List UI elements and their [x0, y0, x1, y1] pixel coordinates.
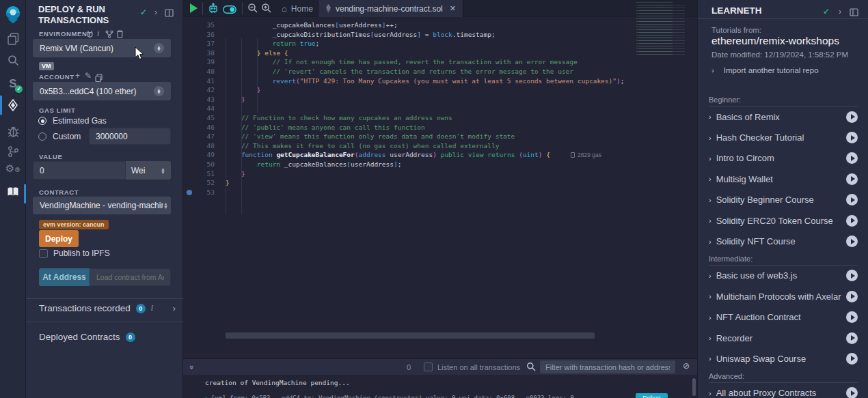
- debugger-icon[interactable]: [0, 126, 26, 138]
- editor-minimap[interactable]: [632, 2, 691, 55]
- tutorial-item[interactable]: ›NFT Auction Contract: [698, 307, 868, 328]
- line-number[interactable]: 48: [183, 141, 226, 151]
- tutorial-item[interactable]: ›Multichain Protocols with Axelar: [698, 286, 868, 307]
- transactions-info-icon[interactable]: i: [151, 303, 153, 313]
- debug-button[interactable]: Debug: [636, 393, 668, 398]
- code-line[interactable]: 50 return _cupcakeBalances[userAddress];: [183, 160, 697, 169]
- terminal-scrollbar[interactable]: [692, 378, 696, 396]
- tutorial-item[interactable]: ›Recorder: [698, 328, 868, 348]
- line-number[interactable]: 53: [183, 188, 226, 197]
- git-branch-icon[interactable]: [0, 145, 26, 158]
- at-address-button[interactable]: At Address: [39, 268, 90, 286]
- zoom-in-icon[interactable]: [261, 3, 272, 16]
- code-line[interactable]: 52}: [183, 178, 697, 188]
- tab-file-active[interactable]: vending-machine-contract.sol ✕: [318, 0, 463, 17]
- custom-gas-radio[interactable]: [38, 132, 46, 141]
- run-script-icon[interactable]: [190, 3, 198, 13]
- line-number[interactable]: 47: [183, 132, 226, 141]
- play-tutorial-icon[interactable]: [846, 387, 858, 398]
- account-select[interactable]: 0x5B3...eddC4 (100 ether) ▲▼: [33, 82, 171, 100]
- estimated-gas-radio[interactable]: [38, 117, 46, 125]
- environment-select[interactable]: Remix VM (Cancun) ▲▼: [33, 39, 171, 57]
- tutorial-item[interactable]: ›Basics of Remix: [698, 106, 868, 127]
- line-number[interactable]: 46: [183, 123, 226, 132]
- breakpoint-dot[interactable]: [187, 190, 192, 195]
- code-line[interactable]: 48 // This makes it free to call (no gas…: [183, 141, 697, 151]
- tutorial-item[interactable]: ›Solidity ERC20 Token Course: [698, 210, 868, 231]
- play-tutorial-icon[interactable]: [846, 291, 858, 302]
- play-tutorial-icon[interactable]: [846, 132, 858, 143]
- deploy-button[interactable]: Deploy: [39, 230, 79, 247]
- code-line[interactable]: 53: [183, 188, 697, 197]
- solidity-compiler-icon[interactable]: S ✓: [0, 77, 26, 91]
- learneth-book-icon[interactable]: [0, 186, 26, 197]
- play-tutorial-icon[interactable]: [846, 270, 858, 281]
- play-tutorial-icon[interactable]: [846, 152, 858, 164]
- code-line[interactable]: 38 } else {: [183, 48, 697, 58]
- transactions-recorded-row[interactable]: Transactions recorded 0 i ›: [39, 303, 176, 313]
- line-number[interactable]: 38: [183, 48, 226, 58]
- line-number[interactable]: 49: [183, 150, 226, 160]
- line-number[interactable]: 45: [183, 113, 226, 123]
- play-tutorial-icon[interactable]: [846, 111, 858, 123]
- code-line[interactable]: 40 // 'revert' cancels the transaction a…: [183, 67, 697, 76]
- line-number[interactable]: 35: [183, 20, 226, 30]
- settings-gears-icon[interactable]: ⚙⚙: [0, 162, 26, 175]
- environment-info-icon[interactable]: i: [97, 29, 99, 39]
- panel-pin-icon[interactable]: [165, 8, 174, 20]
- learneth-pin-icon[interactable]: [850, 7, 858, 19]
- code-line[interactable]: 47 // 'view' means this function only re…: [183, 132, 697, 141]
- terminal-filter-input[interactable]: [540, 360, 675, 373]
- line-number[interactable]: 36: [183, 30, 226, 40]
- line-number[interactable]: 41: [183, 76, 226, 86]
- code-line[interactable]: 51 }: [183, 169, 697, 179]
- line-number[interactable]: 39: [183, 57, 226, 67]
- line-number[interactable]: 44: [183, 104, 226, 113]
- line-number[interactable]: 37: [183, 39, 226, 48]
- deploy-run-icon[interactable]: [0, 99, 26, 111]
- line-number[interactable]: 43: [183, 95, 226, 104]
- code-line[interactable]: 46 // 'public' means anyone can call thi…: [183, 123, 697, 132]
- line-number[interactable]: 50: [183, 160, 226, 169]
- value-input[interactable]: [33, 161, 126, 180]
- line-number[interactable]: 40: [183, 67, 226, 76]
- value-unit-select[interactable]: Wei ▲▼: [126, 161, 171, 180]
- play-tutorial-icon[interactable]: [846, 332, 858, 344]
- ai-copilot-robot-icon[interactable]: [208, 3, 219, 16]
- terminal-collapse-icon[interactable]: »: [188, 365, 196, 369]
- play-tutorial-icon[interactable]: [846, 236, 858, 247]
- copilot-toggle-icon[interactable]: [223, 4, 236, 16]
- code-line[interactable]: 41 revert("HTTP 429: Too Many Cupcakes (…: [183, 76, 697, 86]
- panel-expand-icon[interactable]: ›: [154, 8, 157, 17]
- import-repo-row[interactable]: › Import another tutorial repo: [711, 66, 819, 74]
- tutorial-item[interactable]: ›Intro to Circom: [698, 148, 868, 169]
- play-tutorial-icon[interactable]: [846, 215, 858, 227]
- line-number[interactable]: 51: [183, 169, 226, 179]
- at-address-input[interactable]: [90, 268, 171, 286]
- tutorial-item[interactable]: ›All about Proxy Contracts: [698, 383, 868, 398]
- code-line[interactable]: 49 function getCupcakeBalanceFor(address…: [183, 150, 697, 160]
- horizontal-scrollbar[interactable]: [226, 332, 595, 339]
- code-line[interactable]: 44: [183, 104, 697, 113]
- line-number[interactable]: 42: [183, 85, 226, 95]
- add-account-icon[interactable]: +: [75, 71, 80, 81]
- play-tutorial-icon[interactable]: [846, 194, 858, 205]
- edit-account-icon[interactable]: ✎: [85, 71, 92, 81]
- tab-home[interactable]: ⌂ Home: [275, 0, 320, 17]
- code-line[interactable]: 35 _cupcakeBalances[userAddress]++;: [183, 20, 697, 30]
- terminal-clear-icon[interactable]: ⊘: [683, 361, 690, 371]
- contract-select[interactable]: VendingMachine - vending-machin ▲▼: [33, 197, 171, 214]
- tutorial-item[interactable]: ›Solidity Beginner Course: [698, 190, 868, 210]
- zoom-out-icon[interactable]: [247, 3, 258, 16]
- play-tutorial-icon[interactable]: [846, 173, 858, 185]
- code-line[interactable]: 42 }: [183, 85, 697, 95]
- play-tutorial-icon[interactable]: [846, 311, 858, 323]
- code-editor[interactable]: 35 _cupcakeBalances[userAddress]++;36 _c…: [183, 18, 697, 358]
- tutorial-item[interactable]: ›Hash Checker Tutorial: [698, 127, 868, 147]
- learneth-expand-icon[interactable]: ›: [839, 7, 841, 16]
- code-line[interactable]: 37 return true;: [183, 39, 697, 48]
- tab-close-icon[interactable]: ✕: [450, 4, 456, 13]
- remix-logo-icon[interactable]: [0, 5, 26, 25]
- tutorial-item[interactable]: ›Basic use of web3.js: [698, 266, 868, 286]
- tutorial-item[interactable]: ›Uniswap Swap Course: [698, 348, 868, 369]
